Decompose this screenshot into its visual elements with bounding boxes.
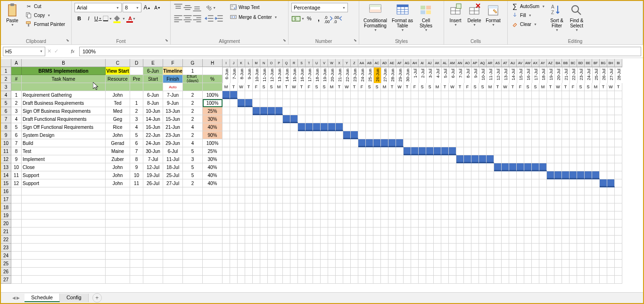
col-header[interactable]: AP	[471, 59, 479, 67]
gantt-cell[interactable]	[313, 187, 321, 195]
gantt-cell[interactable]	[532, 131, 539, 139]
cell[interactable]	[106, 244, 130, 252]
cell[interactable]	[22, 276, 106, 284]
gantt-cell[interactable]	[592, 155, 600, 163]
gantt-date-header[interactable]: 15-Jun	[290, 67, 298, 83]
gantt-cell[interactable]	[373, 252, 381, 260]
gantt-cell[interactable]	[238, 131, 245, 139]
gantt-cell[interactable]	[570, 171, 577, 179]
gantt-cell[interactable]	[502, 203, 509, 211]
gantt-cell[interactable]	[268, 187, 275, 195]
task-start[interactable]: 16-Jun	[143, 123, 163, 131]
task-effort[interactable]: 2	[183, 91, 203, 99]
merge-center-button[interactable]: Merge & Center▼	[228, 13, 280, 21]
gantt-cell[interactable]	[592, 244, 600, 252]
gantt-cell[interactable]	[607, 163, 615, 171]
gantt-cell[interactable]	[426, 155, 434, 163]
task-start[interactable]: 14-Jun	[143, 115, 163, 123]
gantt-cell[interactable]	[570, 260, 577, 268]
gantt-cell[interactable]	[321, 163, 328, 171]
gantt-cell[interactable]	[268, 228, 275, 236]
gantt-cell[interactable]	[328, 99, 336, 107]
gantt-cell[interactable]	[373, 171, 381, 179]
task-finish[interactable]: 13-Jun	[163, 107, 183, 115]
cell[interactable]	[143, 268, 163, 276]
cell[interactable]	[203, 83, 223, 91]
gantt-cell[interactable]	[426, 115, 434, 123]
gantt-cell[interactable]	[260, 228, 268, 236]
format-as-table-button[interactable]: Format as Table▼	[389, 2, 415, 43]
cell[interactable]	[183, 211, 203, 220]
gantt-cell[interactable]	[577, 220, 585, 228]
gantt-cell[interactable]	[502, 171, 509, 179]
gantt-cell[interactable]	[524, 123, 532, 131]
row-header[interactable]: 3	[1, 83, 11, 91]
gantt-cell[interactable]	[358, 203, 366, 211]
gantt-cell[interactable]	[298, 260, 305, 268]
gantt-cell[interactable]	[607, 276, 615, 284]
col-header[interactable]: H	[203, 59, 223, 67]
gantt-cell[interactable]	[494, 91, 502, 99]
gantt-cell[interactable]	[275, 211, 283, 220]
gantt-cell[interactable]	[230, 91, 238, 99]
gantt-cell[interactable]	[524, 260, 532, 268]
gantt-cell[interactable]	[260, 260, 268, 268]
gantt-cell[interactable]	[238, 99, 245, 107]
gantt-cell[interactable]	[358, 171, 366, 179]
gantt-cell[interactable]	[230, 260, 238, 268]
gantt-cell[interactable]	[305, 99, 313, 107]
task-start[interactable]: 6-Jun	[143, 91, 163, 99]
gantt-cell[interactable]	[351, 99, 358, 107]
gantt-cell[interactable]	[283, 220, 290, 228]
gantt-cell[interactable]	[494, 171, 502, 179]
gantt-cell[interactable]	[441, 147, 449, 155]
row-header[interactable]: 17	[1, 195, 11, 203]
gantt-cell[interactable]	[554, 236, 562, 244]
gantt-cell[interactable]	[305, 276, 313, 284]
gantt-cell[interactable]	[351, 276, 358, 284]
gantt-cell[interactable]	[539, 99, 547, 107]
gantt-cell[interactable]	[245, 244, 253, 252]
gantt-cell[interactable]	[585, 163, 592, 171]
gantt-cell[interactable]	[366, 91, 373, 99]
col-header[interactable]: BB	[562, 59, 570, 67]
gantt-cell[interactable]	[517, 203, 524, 211]
task-finish[interactable]: 18-Jul	[163, 163, 183, 171]
col-header[interactable]: V	[321, 59, 328, 67]
task-start[interactable]: 19-Jul	[143, 171, 163, 179]
gantt-cell[interactable]	[283, 115, 290, 123]
gantt-date-header[interactable]: 20-Jul	[554, 67, 562, 83]
gantt-cell[interactable]	[305, 163, 313, 171]
gantt-cell[interactable]	[570, 252, 577, 260]
gantt-cell[interactable]	[358, 115, 366, 123]
col-header[interactable]: AG	[404, 59, 411, 67]
gantt-cell[interactable]	[260, 115, 268, 123]
gantt-cell[interactable]	[275, 187, 283, 195]
gantt-cell[interactable]	[524, 211, 532, 220]
gantt-cell[interactable]	[449, 99, 456, 107]
row-header[interactable]: 21	[1, 228, 11, 236]
gantt-cell[interactable]	[404, 195, 411, 203]
row-header[interactable]: 26	[1, 268, 11, 276]
gantt-cell[interactable]	[456, 91, 464, 99]
task-resource[interactable]: John	[106, 171, 130, 179]
gantt-cell[interactable]	[539, 115, 547, 123]
gantt-cell[interactable]	[539, 163, 547, 171]
gantt-cell[interactable]	[411, 195, 419, 203]
gantt-cell[interactable]	[554, 107, 562, 115]
gantt-cell[interactable]	[479, 99, 487, 107]
gantt-cell[interactable]	[396, 155, 404, 163]
gantt-cell[interactable]	[585, 171, 592, 179]
gantt-cell[interactable]	[305, 228, 313, 236]
col-header[interactable]: AE	[388, 59, 396, 67]
gantt-cell[interactable]	[305, 115, 313, 123]
gantt-cell[interactable]	[509, 236, 517, 244]
gantt-cell[interactable]	[434, 244, 441, 252]
gantt-cell[interactable]	[464, 228, 471, 236]
task-start[interactable]: 26-Jul	[143, 179, 163, 187]
cell[interactable]	[22, 195, 106, 203]
cell[interactable]	[106, 195, 130, 203]
task-num[interactable]: 5	[11, 123, 22, 131]
col-header[interactable]: BC	[570, 59, 577, 67]
gantt-cell[interactable]	[585, 203, 592, 211]
